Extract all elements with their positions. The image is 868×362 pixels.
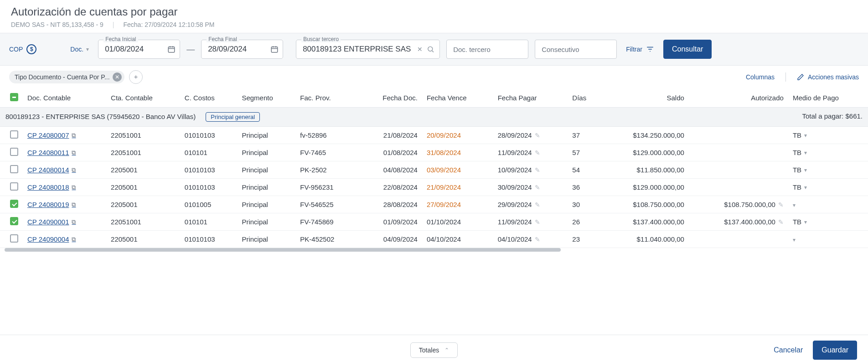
col-doc-contable[interactable]: Doc. Contable [23, 88, 106, 108]
pencil-icon[interactable]: ✎ [778, 218, 784, 226]
external-link-icon: ⧉ [72, 218, 76, 226]
pencil-icon[interactable]: ✎ [535, 132, 540, 139]
fecha-final-label: Fecha Final [207, 36, 239, 42]
row-checkbox[interactable] [10, 217, 18, 225]
external-link-icon: ⧉ [72, 236, 76, 243]
medio-pago-select[interactable]: TB▾ [793, 149, 807, 156]
cell-cta: 2205001 [106, 196, 180, 213]
col-cta-contable[interactable]: Cta. Contable [106, 88, 180, 108]
table-row: CP 24080007⧉ 22051001 01010103 Principal… [0, 127, 868, 144]
guardar-button[interactable]: Guardar [813, 341, 857, 360]
col-segmento[interactable]: Segmento [237, 88, 295, 108]
pencil-icon[interactable]: ✎ [535, 149, 540, 156]
col-fecha-doc[interactable]: Fecha Doc. [358, 88, 422, 108]
totales-toggle[interactable]: Totales ⌃ [410, 342, 458, 358]
row-checkbox[interactable] [10, 165, 18, 173]
filtrar-button[interactable]: Filtrar [623, 45, 657, 53]
totales-label: Totales [419, 346, 439, 354]
svg-point-2 [428, 47, 433, 51]
table-row: CP 24080011⧉ 22051001 010101 Principal F… [0, 144, 868, 161]
col-autorizado[interactable]: Autorizado [689, 88, 788, 108]
cell-dias: 37 [568, 127, 601, 144]
table-row: CP 24080018⧉ 2205001 01010103 Principal … [0, 179, 868, 196]
col-c-costos[interactable]: C. Costos [180, 88, 238, 108]
col-fecha-pagar[interactable]: Fecha Pagar [493, 88, 568, 108]
doc-link[interactable]: CP 24090004⧉ [27, 235, 76, 243]
divider [785, 72, 786, 82]
select-all-checkbox[interactable] [10, 93, 18, 101]
col-fac-prov[interactable]: Fac. Prov. [295, 88, 358, 108]
add-filter-button[interactable]: ＋ [129, 70, 143, 84]
calendar-icon[interactable] [167, 45, 176, 53]
cell-fdoc: 04/09/2024 [358, 231, 422, 248]
row-checkbox[interactable] [10, 148, 18, 156]
row-checkbox[interactable] [10, 200, 18, 208]
chevron-down-icon: ▾ [804, 150, 807, 156]
medio-pago-select[interactable]: TB▾ [793, 131, 807, 139]
cell-fdoc: 28/08/2024 [358, 196, 422, 213]
cell-auth [689, 179, 788, 196]
pencil-icon[interactable]: ✎ [535, 218, 540, 226]
search-icon[interactable] [427, 46, 434, 53]
table-row: CP 24090004⧉ 2205001 01010103 Principal … [0, 231, 868, 248]
doc-link[interactable]: CP 24080011⧉ [27, 149, 76, 156]
columnas-button[interactable]: Columnas [746, 73, 775, 81]
group-total: Total a pagar: $661. [802, 112, 863, 120]
doc-link[interactable]: CP 24080019⧉ [27, 201, 76, 208]
svg-rect-0 [168, 47, 175, 52]
doc-link[interactable]: CP 24080014⧉ [27, 166, 76, 174]
medio-pago-select[interactable]: TB▾ [793, 166, 807, 174]
chip-remove-icon[interactable]: ✕ [113, 72, 122, 82]
cell-seg: Principal [237, 127, 295, 144]
cell-dias: 57 [568, 144, 601, 161]
cell-cc: 01010103 [180, 127, 238, 144]
medio-pago-select[interactable]: ▾ [793, 237, 796, 243]
horizontal-scrollbar[interactable] [0, 248, 868, 253]
cell-auth [689, 231, 788, 248]
medio-pago-select[interactable]: ▾ [793, 202, 796, 208]
external-link-icon: ⧉ [72, 149, 76, 156]
row-checkbox[interactable] [10, 182, 18, 191]
pencil-icon[interactable]: ✎ [535, 201, 540, 208]
pencil-icon[interactable]: ✎ [535, 184, 540, 191]
cell-auth: $137.400.000,00✎ [689, 213, 788, 231]
cell-fven: 20/09/2024 [422, 127, 493, 144]
row-checkbox[interactable] [10, 234, 18, 243]
cancelar-button[interactable]: Cancelar [767, 341, 809, 360]
cell-saldo: $108.750.000,00 [601, 196, 689, 213]
pencil-icon[interactable]: ✎ [535, 166, 540, 174]
medio-pago-select[interactable]: TB▾ [793, 218, 807, 226]
filter-chip-tipo-documento[interactable]: Tipo Documento - Cuenta Por P... ✕ [9, 71, 124, 83]
doc-dropdown[interactable]: Doc. ▾ [67, 46, 92, 53]
pencil-icon[interactable]: ✎ [535, 236, 540, 243]
col-dias[interactable]: Días [568, 88, 601, 108]
calendar-icon[interactable] [270, 45, 279, 53]
currency-selector[interactable]: COP $ [9, 44, 36, 54]
cell-fdoc: 04/08/2024 [358, 161, 422, 179]
chevron-down-icon: ▾ [793, 202, 796, 208]
chevron-down-icon: ▾ [804, 167, 807, 173]
clear-icon[interactable]: ✕ [417, 46, 423, 53]
acciones-masivas-button[interactable]: Acciones masivas [797, 73, 859, 81]
cell-cc: 01010103 [180, 231, 238, 248]
cell-fpag: 30/09/2024✎ [493, 179, 568, 196]
doc-link[interactable]: CP 24090001⧉ [27, 218, 76, 226]
pencil-icon[interactable]: ✎ [778, 201, 784, 208]
cell-saldo: $11.040.000,00 [601, 231, 689, 248]
doc-tercero-input[interactable] [446, 40, 528, 59]
row-checkbox[interactable] [10, 130, 18, 139]
doc-link[interactable]: CP 24080018⧉ [27, 183, 76, 191]
consecutivo-input[interactable] [535, 40, 617, 59]
cell-dias: 36 [568, 179, 601, 196]
col-fecha-vence[interactable]: Fecha Vence [422, 88, 493, 108]
doc-link[interactable]: CP 24080007⧉ [27, 131, 76, 139]
masivas-label: Acciones masivas [808, 73, 859, 81]
cell-fac: FV-956231 [295, 179, 358, 196]
cell-fdoc: 22/08/2024 [358, 179, 422, 196]
col-medio-pago[interactable]: Medio de Pago [788, 88, 868, 108]
consultar-button[interactable]: Consultar [663, 40, 712, 59]
col-saldo[interactable]: Saldo [601, 88, 689, 108]
cell-fpag: 10/09/2024✎ [493, 161, 568, 179]
cell-auth [689, 144, 788, 161]
medio-pago-select[interactable]: TB▾ [793, 183, 807, 191]
